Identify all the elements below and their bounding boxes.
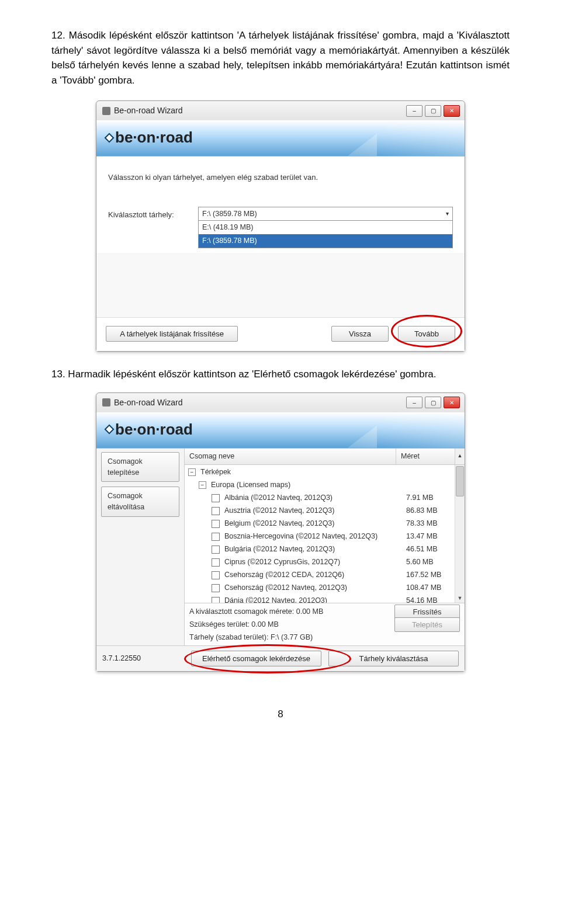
window-buttons: – ▢ ✕ xyxy=(406,397,460,408)
package-row[interactable]: Bosznia-Hercegovina (©2012 Navteq, 2012Q… xyxy=(185,530,465,543)
scroll-down-icon[interactable]: ▼ xyxy=(458,595,463,603)
storage-selected: F:\ (3859.78 MB) xyxy=(202,209,257,220)
page-number: 8 xyxy=(51,707,510,722)
package-row[interactable]: Csehország (©2012 Navteq, 2012Q3)108.47 … xyxy=(185,582,465,595)
package-row[interactable]: Bulgária (©2012 Navteq, 2012Q3)46.51 MB xyxy=(185,543,465,556)
status-required: Szükséges terület: 0.00 MB xyxy=(189,619,279,630)
checkbox[interactable] xyxy=(212,533,220,541)
titlebar: Be-on-road Wizard – ▢ ✕ xyxy=(96,393,465,412)
brand-text: be·on·road xyxy=(115,126,193,149)
checkbox[interactable] xyxy=(212,584,220,592)
titlebar: Be-on-road Wizard – ▢ ✕ xyxy=(96,101,465,120)
checkbox[interactable] xyxy=(212,571,220,579)
column-name[interactable]: Csomag neve xyxy=(185,449,396,464)
maximize-button[interactable]: ▢ xyxy=(425,397,441,408)
instruction-12: 12. Második lépésként először kattintson… xyxy=(51,28,510,88)
checkbox[interactable] xyxy=(212,494,220,502)
side-panel: Csomagok telepítése Csomagok eltávolítás… xyxy=(96,449,185,645)
package-name: Bosznia-Hercegovina (©2012 Navteq, 2012Q… xyxy=(222,531,401,542)
package-header: Csomag neve Méret ▲ xyxy=(185,449,465,465)
package-name: Csehország (©2012 Navteq, 2012Q3) xyxy=(222,582,401,593)
storage-dropdown-list: E:\ (418.19 MB) F:\ (3859.78 MB) xyxy=(198,221,453,248)
wizard-window-1: Be-on-road Wizard – ▢ ✕ be·on·road Válas… xyxy=(96,100,465,352)
status-selected-size: A kiválasztott csomagok mérete: 0.00 MB xyxy=(189,606,323,617)
back-button[interactable]: Vissza xyxy=(331,326,389,342)
remove-packages-button[interactable]: Csomagok eltávolítása xyxy=(101,487,179,517)
collapse-icon[interactable]: − xyxy=(199,481,206,489)
package-name: Belgium (©2012 Navteq, 2012Q3) xyxy=(222,518,401,529)
package-name: Albánia (©2012 Navteq, 2012Q3) xyxy=(222,492,401,503)
checkbox[interactable] xyxy=(212,546,220,554)
storage-label: Kiválasztott tárhely: xyxy=(108,207,190,221)
window-title: Be-on-road Wizard xyxy=(114,397,183,409)
prompt-text: Válasszon ki olyan tárhelyet, amelyen el… xyxy=(106,162,455,207)
next-button[interactable]: Tovább xyxy=(398,326,455,342)
status-storage: Tárhely (szabad terület): F:\ (3.77 GB) xyxy=(189,632,313,643)
wizard-window-2: Be-on-road Wizard – ▢ ✕ be·on·road Csoma… xyxy=(96,392,465,672)
package-row[interactable]: Ausztria (©2012 Navteq, 2012Q3)86.83 MB xyxy=(185,505,465,517)
app-icon xyxy=(102,398,110,407)
package-name: Dánia (©2012 Navteq, 2012Q3) xyxy=(222,595,401,602)
package-row[interactable]: Ciprus (©2012 CyprusGis, 2012Q7)5.60 MB xyxy=(185,556,465,569)
package-size: 5.60 MB xyxy=(401,557,455,568)
package-row[interactable]: Dánia (©2012 Navteq, 2012Q3)54.16 MB xyxy=(185,595,465,603)
scroll-up-icon[interactable]: ▲ xyxy=(455,449,465,464)
logo-icon xyxy=(105,425,115,435)
instruction-13: 13. Harmadik lépésként először kattintso… xyxy=(51,367,510,382)
window-buttons: – ▢ ✕ xyxy=(406,105,460,117)
package-row[interactable]: Csehország (©2012 CEDA, 2012Q6)167.52 MB xyxy=(185,569,465,582)
screenshot-2: Be-on-road Wizard – ▢ ✕ be·on·road Csoma… xyxy=(51,392,510,672)
maximize-button[interactable]: ▢ xyxy=(425,105,441,117)
collapse-icon[interactable]: − xyxy=(188,468,196,476)
select-storage-button[interactable]: Tárhely kiválasztása xyxy=(328,651,459,667)
package-name: Csehország (©2012 CEDA, 2012Q6) xyxy=(222,569,401,581)
storage-option[interactable]: F:\ (3859.78 MB) xyxy=(199,234,452,248)
package-size: 78.33 MB xyxy=(401,518,455,529)
brand-banner: be·on·road xyxy=(96,120,465,157)
app-icon xyxy=(102,107,110,115)
refresh-storage-button[interactable]: A tárhelyek listájának frissítése xyxy=(106,326,238,342)
install-packages-button[interactable]: Csomagok telepítése xyxy=(101,452,179,482)
package-name: Bulgária (©2012 Navteq, 2012Q3) xyxy=(222,544,401,555)
package-size: 86.83 MB xyxy=(401,505,455,516)
minimize-button[interactable]: – xyxy=(406,397,423,408)
screenshot-1: Be-on-road Wizard – ▢ ✕ be·on·road Válas… xyxy=(51,100,510,352)
version-label: 3.7.1.22550 xyxy=(102,653,184,664)
package-row[interactable]: Albánia (©2012 Navteq, 2012Q3)7.91 MB xyxy=(185,492,465,505)
minimize-button[interactable]: – xyxy=(406,105,423,117)
checkbox[interactable] xyxy=(212,597,220,603)
scroll-thumb[interactable] xyxy=(456,466,464,496)
package-size: 108.47 MB xyxy=(401,582,455,593)
package-size: 167.52 MB xyxy=(401,569,455,581)
package-name: Ausztria (©2012 Navteq, 2012Q3) xyxy=(222,505,401,516)
tree-group[interactable]: − Europa (Licensed maps) xyxy=(185,479,465,492)
tree-group[interactable]: − Térképek xyxy=(185,466,465,479)
checkbox[interactable] xyxy=(212,558,220,567)
brand-text: be·on·road xyxy=(115,418,193,441)
checkbox[interactable] xyxy=(212,507,220,515)
tree-label: Europa (Licensed maps) xyxy=(209,480,401,491)
tree-label: Térképek xyxy=(198,467,401,478)
window-title: Be-on-road Wizard xyxy=(114,105,183,117)
package-size: 13.47 MB xyxy=(401,531,455,542)
install-button[interactable]: Telepítés xyxy=(394,617,460,633)
vertical-scrollbar[interactable]: ▼ xyxy=(455,465,465,603)
brand-banner: be·on·road xyxy=(96,412,465,449)
storage-combo[interactable]: F:\ (3859.78 MB) ▾ E:\ (418.19 MB) F:\ (… xyxy=(198,207,453,248)
logo-icon xyxy=(105,133,115,143)
package-name: Ciprus (©2012 CyprusGis, 2012Q7) xyxy=(222,557,401,568)
package-size: 7.91 MB xyxy=(401,492,455,503)
checkbox[interactable] xyxy=(212,520,220,528)
package-size: 54.16 MB xyxy=(401,595,455,602)
package-size: 46.51 MB xyxy=(401,544,455,555)
query-packages-button[interactable]: Elérhető csomagok lekérdezése xyxy=(191,651,321,667)
close-button[interactable]: ✕ xyxy=(444,105,460,117)
package-list: Csomag neve Méret ▲ − Térképek xyxy=(185,449,465,645)
column-size[interactable]: Méret xyxy=(396,449,455,464)
package-row[interactable]: Belgium (©2012 Navteq, 2012Q3)78.33 MB xyxy=(185,517,465,530)
close-button[interactable]: ✕ xyxy=(444,397,460,408)
chevron-down-icon: ▾ xyxy=(446,209,449,218)
storage-option[interactable]: E:\ (418.19 MB) xyxy=(199,221,452,234)
